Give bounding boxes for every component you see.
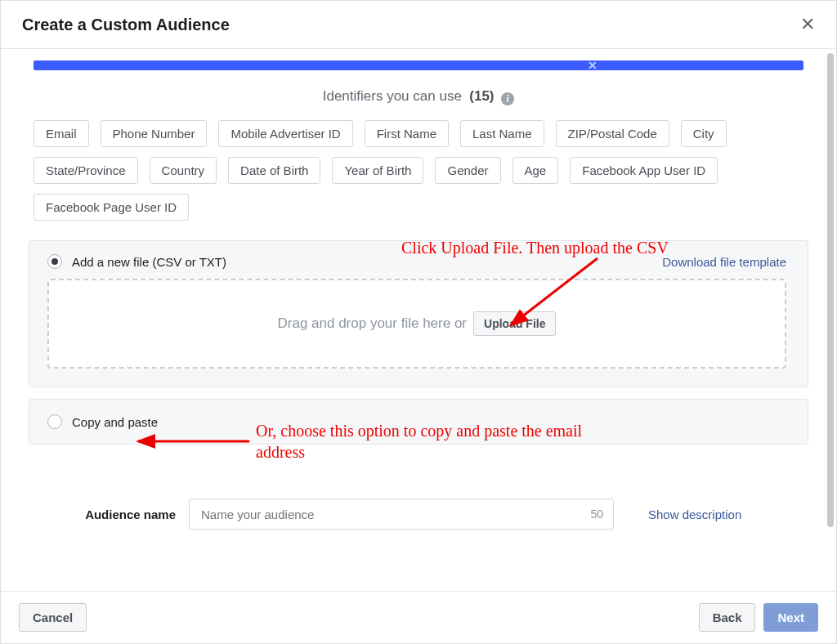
panel-add-file: Add a new file (CSV or TXT) Download fil… [29, 240, 808, 387]
chip-dob[interactable]: Date of Birth [228, 157, 320, 184]
radio-row-copy-paste[interactable]: Copy and paste [47, 414, 790, 429]
radio-copy-paste[interactable] [47, 414, 62, 429]
radio-add-file[interactable] [47, 254, 62, 269]
scrollbar[interactable] [826, 53, 835, 534]
chip-gender[interactable]: Gender [435, 157, 500, 184]
close-icon[interactable]: ✕ [797, 12, 818, 37]
audience-name-input[interactable] [199, 507, 590, 522]
modal: Create a Custom Audience ✕ ✕ Identifiers… [0, 0, 837, 644]
panel-copy-paste: Copy and paste [29, 399, 808, 445]
radio-row-add-file[interactable]: Add a new file (CSV or TXT) [47, 254, 226, 269]
chip-lastname[interactable]: Last Name [460, 120, 544, 147]
modal-header: Create a Custom Audience ✕ [1, 1, 836, 49]
panel-add-file-header: Add a new file (CSV or TXT) Download fil… [47, 254, 786, 269]
upload-file-button[interactable]: Upload File [473, 311, 556, 336]
back-button[interactable]: Back [699, 603, 756, 632]
show-description-link[interactable]: Show description [648, 508, 741, 521]
chip-country[interactable]: Country [150, 157, 217, 184]
audience-name-row: Audience name 50 Show description [29, 484, 808, 544]
identifiers-count: (15) [469, 88, 494, 104]
cancel-button[interactable]: Cancel [19, 603, 87, 632]
modal-footer: Cancel Back Next [1, 591, 836, 643]
radio-add-file-label: Add a new file (CSV or TXT) [72, 255, 226, 269]
chip-phone[interactable]: Phone Number [101, 120, 208, 147]
audience-name-label: Audience name [53, 508, 176, 521]
audience-name-input-wrap[interactable]: 50 [189, 499, 614, 530]
scrollbar-thumb[interactable] [827, 53, 834, 527]
download-template-link[interactable]: Download file template [662, 255, 786, 269]
chip-age[interactable]: Age [512, 157, 559, 184]
identifiers-heading: Identifiers you can use (15) i [29, 88, 808, 105]
modal-body: ✕ Identifiers you can use (15) i Email P… [1, 60, 836, 544]
next-button[interactable]: Next [763, 603, 818, 632]
char-limit: 50 [590, 508, 603, 521]
bar-close-icon[interactable]: ✕ [588, 59, 598, 72]
chip-fb-page-uid[interactable]: Facebook Page User ID [34, 194, 189, 221]
chip-email[interactable]: Email [34, 120, 89, 147]
identifiers-label: Identifiers you can use [323, 88, 462, 104]
chip-zip[interactable]: ZIP/Postal Code [556, 120, 669, 147]
dropzone-text: Drag and drop your file here or [278, 315, 468, 332]
chip-state[interactable]: State/Province [34, 157, 138, 184]
chip-yob[interactable]: Year of Birth [332, 157, 423, 184]
footer-button-group: Back Next [699, 603, 818, 632]
progress-bar: ✕ [34, 60, 803, 70]
radio-copy-paste-label: Copy and paste [72, 415, 158, 429]
modal-title: Create a Custom Audience [22, 16, 230, 34]
chip-firstname[interactable]: First Name [365, 120, 449, 147]
info-icon[interactable]: i [501, 92, 514, 105]
dropzone[interactable]: Drag and drop your file here or Upload F… [47, 279, 786, 369]
chip-fb-app-uid[interactable]: Facebook App User ID [570, 157, 718, 184]
chip-city[interactable]: City [681, 120, 727, 147]
identifier-chips: Email Phone Number Mobile Advertiser ID … [29, 120, 808, 221]
chip-maid[interactable]: Mobile Advertiser ID [218, 120, 352, 147]
